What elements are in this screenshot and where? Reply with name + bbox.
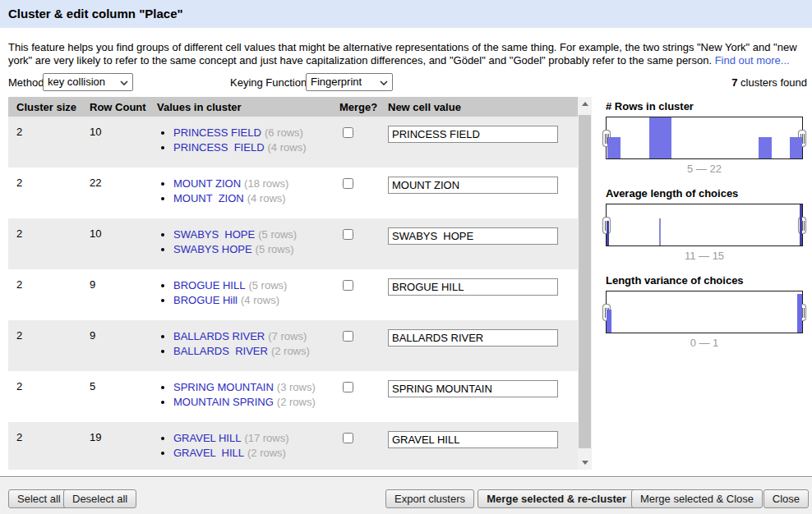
new-cell-value-input[interactable] — [388, 380, 558, 397]
values-cell: SPRING MOUNTAIN(3 rows) MOUNTAIN SPRING(… — [157, 371, 339, 422]
footer-divider — [0, 476, 812, 477]
merge-close-button[interactable]: Merge selected & Close — [631, 489, 763, 508]
cluster-value-link[interactable]: MOUNT ZION — [173, 177, 241, 190]
method-selected-value: key collision — [48, 76, 105, 88]
method-select[interactable]: key collision — [43, 73, 133, 91]
merge-checkbox[interactable] — [343, 229, 353, 240]
row-count-note: (7 rows) — [268, 330, 307, 342]
facet-title: Average length of choices — [606, 187, 803, 200]
cluster-value-link[interactable]: PRINCESS FIELD — [173, 126, 261, 139]
list-item: SWABYS HOPE(5 rows) — [173, 243, 339, 256]
cluster-value-link[interactable]: BROGUE HILL — [173, 279, 245, 291]
merge-cell — [339, 422, 388, 470]
histogram-bar — [659, 218, 661, 246]
new-value-cell — [388, 371, 578, 422]
new-cell-value-input[interactable] — [388, 126, 558, 143]
deselect-all-button[interactable]: Deselect all — [63, 489, 136, 508]
row-count-cell: 9 — [90, 320, 157, 371]
row-count-note: (18 rows) — [244, 177, 288, 190]
keying-selected-value: Fingerprint — [311, 76, 362, 88]
list-item: GRAVEL HILL(2 rows) — [173, 447, 339, 460]
cluster-value-link[interactable]: BROGUE Hill — [173, 294, 238, 306]
table-row: 2 10 SWABYS HOPE(5 rows) SWABYS HOPE(5 r… — [8, 218, 578, 269]
merge-recluster-button[interactable]: Merge selected & re-cluster — [478, 489, 635, 508]
vertical-scrollbar[interactable] — [578, 97, 592, 470]
new-value-cell — [388, 117, 578, 168]
export-clusters-button[interactable]: Export clusters — [385, 489, 474, 508]
clusters-table: Cluster size Row Count Values in cluster… — [8, 97, 578, 470]
cluster-size-cell: 2 — [8, 168, 90, 218]
clusters-found-status: 7 clusters found — [731, 76, 807, 89]
cluster-value-link[interactable]: MOUNTAIN SPRING — [173, 396, 274, 408]
merge-checkbox[interactable] — [343, 280, 353, 291]
merge-checkbox[interactable] — [343, 331, 353, 342]
cluster-value-link[interactable]: SWABYS HOPE — [173, 228, 255, 241]
clusters-table-container: Cluster size Row Count Values in cluster… — [8, 97, 592, 470]
row-count-note: (5 rows) — [256, 243, 294, 255]
list-item: SPRING MOUNTAIN(3 rows) — [173, 381, 339, 394]
list-item: MOUNTAIN SPRING(2 rows) — [173, 396, 339, 409]
merge-checkbox[interactable] — [343, 127, 353, 138]
histogram-bar — [649, 117, 671, 158]
facet-rows-in-cluster: # Rows in cluster 5 — 22 — [606, 100, 803, 175]
cluster-size-cell: 2 — [8, 320, 90, 371]
new-cell-value-input[interactable] — [388, 278, 558, 296]
list-item: BALLARDS RIVER(2 rows) — [173, 345, 339, 358]
scroll-up-button[interactable] — [578, 97, 592, 111]
cluster-value-link[interactable]: BALLARDS RIVER — [173, 345, 268, 357]
select-all-button[interactable]: Select all — [8, 489, 70, 508]
histogram-bar — [790, 137, 802, 158]
header-cluster-size: Cluster size — [8, 97, 90, 117]
histogram-bar — [607, 310, 611, 333]
list-item: BROGUE Hill(4 rows) — [173, 294, 339, 307]
list-item: BALLARDS RIVER(7 rows) — [173, 330, 339, 343]
cluster-value-link[interactable]: MOUNT ZION — [173, 192, 244, 204]
cluster-value-link[interactable]: PRINCESS FIELD — [173, 141, 265, 154]
cluster-size-cell: 2 — [8, 117, 90, 168]
merge-cell — [339, 168, 388, 218]
row-count-cell: 10 — [90, 218, 157, 269]
cluster-size-cell: 2 — [8, 269, 90, 320]
row-count-cell: 10 — [90, 117, 157, 168]
new-cell-value-input[interactable] — [388, 227, 558, 245]
merge-cell — [339, 371, 388, 422]
merge-checkbox[interactable] — [343, 433, 353, 443]
cluster-value-link[interactable]: GRAVEL HILL — [173, 447, 244, 459]
histogram-bar — [607, 137, 621, 158]
keying-function-select[interactable]: Fingerprint — [306, 73, 393, 91]
histogram-bar — [759, 137, 772, 158]
new-cell-value-input[interactable] — [388, 329, 558, 346]
row-count-note: (5 rows) — [258, 228, 297, 241]
merge-cell — [339, 269, 388, 320]
row-count-cell: 9 — [90, 269, 157, 320]
header-row-count: Row Count — [90, 97, 157, 117]
cluster-value-link[interactable]: SPRING MOUNTAIN — [173, 381, 274, 393]
facet-title: # Rows in cluster — [606, 100, 803, 112]
new-cell-value-input[interactable] — [388, 431, 558, 448]
cluster-value-link[interactable]: GRAVEL HILL — [173, 432, 241, 444]
new-cell-value-input[interactable] — [388, 177, 558, 194]
dialog-title: Cluster & edit column "Place" — [0, 0, 812, 28]
header-merge: Merge? — [339, 97, 388, 117]
facet-length-variance: Length variance of choices 0 — 1 — [606, 274, 803, 349]
cluster-value-link[interactable]: BALLARDS RIVER — [173, 330, 265, 342]
merge-checkbox[interactable] — [343, 178, 353, 189]
scroll-down-button[interactable] — [578, 456, 592, 470]
list-item: BROGUE HILL(5 rows) — [173, 279, 339, 292]
cluster-value-link[interactable]: SWABYS HOPE — [173, 243, 252, 255]
facet-range-label: 0 — 1 — [606, 337, 803, 349]
find-out-more-link[interactable]: Find out more... — [715, 54, 790, 67]
header-values: Values in cluster — [157, 97, 339, 117]
merge-checkbox[interactable] — [343, 382, 353, 392]
close-button[interactable]: Close — [764, 489, 809, 508]
histogram-rows-in-cluster — [606, 117, 803, 159]
arrow-down-icon — [582, 461, 588, 465]
new-value-cell — [388, 422, 578, 470]
cluster-edit-dialog: Cluster & edit column "Place" This featu… — [0, 0, 812, 514]
scrollbar-thumb[interactable] — [579, 115, 591, 448]
values-cell: MOUNT ZION(18 rows) MOUNT ZION(4 rows) — [157, 168, 339, 218]
histogram-bar — [797, 294, 802, 333]
table-row: 2 5 SPRING MOUNTAIN(3 rows) MOUNTAIN SPR… — [8, 371, 578, 422]
row-count-note: (5 rows) — [248, 279, 287, 291]
clustering-controls: Method key collision Keying Function Fin… — [0, 73, 812, 93]
